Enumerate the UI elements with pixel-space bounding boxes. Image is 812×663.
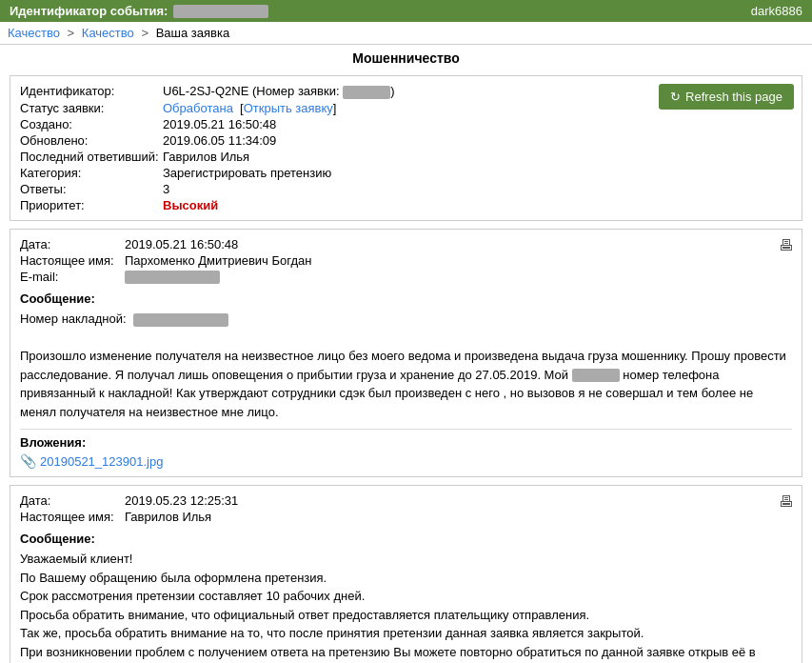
info-section: Идентификатор: U6L-2SJ-Q2NE (Номер заявк… — [10, 75, 802, 221]
created-value: 2019.05.21 16:50:48 — [163, 117, 792, 131]
phone-redacted — [572, 369, 620, 382]
email-redacted — [125, 271, 220, 284]
last-responder-label: Последний ответивший: — [20, 150, 163, 164]
msg2-line-2: Срок рассмотрения претензии составляет 1… — [20, 589, 365, 603]
msg2-line-1: По Вашему обращению была оформлена прете… — [20, 571, 327, 585]
msg1-email-value — [125, 270, 792, 285]
order-num-redacted — [343, 86, 390, 99]
priority-label: Приоритет: — [20, 198, 163, 212]
msg1-date-label: Дата: — [20, 237, 125, 251]
page-title: Мошенничество — [10, 50, 802, 66]
msg2-message-label: Сообщение: — [20, 532, 792, 546]
updated-label: Обновлено: — [20, 133, 163, 148]
event-id-label: Идентификатор события: — [10, 4, 168, 18]
print-icon-2[interactable]: 🖶 — [779, 493, 794, 511]
username: dark6886 — [751, 4, 802, 18]
breadcrumb: Качество > Качество > Ваша заявка — [0, 22, 812, 45]
message-1-section: 🖶 Дата: 2019.05.21 16:50:48 Настоящее им… — [10, 229, 802, 478]
print-icon-1[interactable]: 🖶 — [779, 237, 794, 254]
updated-value: 2019.06.05 11:34:09 — [163, 133, 792, 148]
attachments-label: Вложения: — [20, 435, 792, 450]
status-label: Статус заявки: — [20, 101, 163, 115]
created-label: Создано: — [20, 117, 163, 131]
msg2-line-4: Так же, просьба обратить внимание на то,… — [20, 626, 644, 640]
top-bar: Идентификатор события: dark6886 — [0, 0, 812, 22]
category-value: Зарегистрировать претензию — [163, 166, 792, 180]
breadcrumb-link-2[interactable]: Качество — [82, 26, 134, 40]
msg2-date-label: Дата: — [20, 493, 125, 508]
msg1-message-label: Сообщение: — [20, 291, 792, 306]
message-2-header: Дата: 2019.05.23 12:25:31 Настоящее имя:… — [20, 493, 792, 524]
id-label: Идентификатор: — [20, 84, 163, 99]
msg2-line-5: При возникновении проблем с получением о… — [20, 645, 756, 663]
paperclip-icon: 📎 — [20, 453, 36, 469]
msg1-attachments: Вложения: 📎 20190521_123901.jpg — [20, 429, 792, 469]
breadcrumb-current: Ваша заявка — [156, 26, 230, 40]
event-id-value — [173, 5, 268, 18]
msg2-name-label: Настоящее имя: — [20, 510, 125, 524]
top-bar-left: Идентификатор события: — [10, 4, 268, 18]
message-2-section: 🖶 Дата: 2019.05.23 12:25:31 Настоящее им… — [10, 485, 802, 663]
answers-label: Ответы: — [20, 182, 163, 196]
refresh-button[interactable]: ↻ Refresh this page — [659, 84, 794, 110]
msg1-date-value: 2019.05.21 16:50:48 — [125, 237, 792, 251]
msg1-tracking-label: Номер накладной: — [20, 311, 127, 326]
attachment-filename: 20190521_123901.jpg — [40, 454, 163, 469]
msg2-line-0: Уважаемый клиент! — [20, 552, 133, 566]
category-label: Категория: — [20, 166, 163, 180]
open-request-link[interactable]: Открыть заявку — [244, 101, 333, 115]
msg2-date-value: 2019.05.23 12:25:31 — [125, 493, 792, 508]
msg1-name-label: Настоящее имя: — [20, 253, 125, 268]
msg1-email-label: E-mail: — [20, 270, 125, 285]
attachment-link-1[interactable]: 📎 20190521_123901.jpg — [20, 453, 792, 469]
status-processed: Обработана — [163, 101, 233, 115]
priority-value: Высокий — [163, 198, 792, 212]
msg2-line-3: Просьба обратить внимание, что официальн… — [20, 608, 589, 622]
main-container: Мошенничество Идентификатор: U6L-2SJ-Q2N… — [0, 45, 812, 663]
refresh-label: Refresh this page — [685, 90, 782, 104]
msg2-name-value: Гаврилов Илья — [125, 510, 792, 524]
msg1-body: Номер накладной: Произошло изменение пол… — [20, 310, 792, 421]
message-1-header: Дата: 2019.05.21 16:50:48 Настоящее имя:… — [20, 237, 792, 285]
last-responder-value: Гаврилов Илья — [163, 150, 792, 164]
refresh-icon: ↻ — [670, 90, 681, 104]
msg2-body: Уважаемый клиент! По Вашему обращению бы… — [20, 550, 792, 663]
tracking-redacted — [133, 313, 228, 327]
answers-value: 3 — [163, 182, 792, 196]
msg1-name-value: Пархоменко Дмитриевич Богдан — [125, 253, 792, 268]
breadcrumb-link-1[interactable]: Качество — [8, 26, 60, 40]
